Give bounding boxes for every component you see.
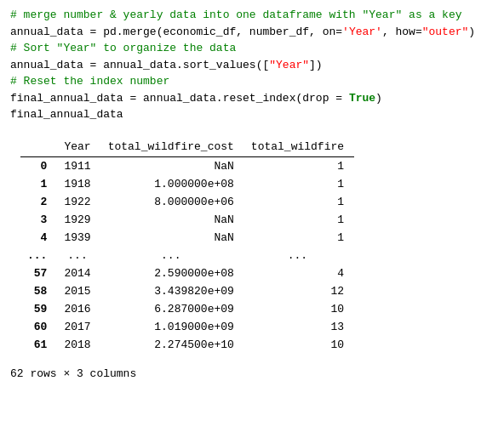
cell-cost: 1.019000e+09 bbox=[101, 318, 244, 336]
cell-ellipsis-index: ... bbox=[20, 247, 57, 264]
cell-count: 1 bbox=[244, 175, 354, 193]
col-header-index bbox=[20, 137, 57, 157]
cell-count: 10 bbox=[244, 336, 354, 354]
code-line-3: # Sort "Year" to organize the data bbox=[10, 40, 494, 57]
cell-cost: 6.287000e+09 bbox=[101, 300, 244, 318]
cell-year: 2018 bbox=[57, 336, 100, 354]
table-row: 4 1939 NaN 1 bbox=[20, 229, 354, 247]
cell-count: 13 bbox=[244, 318, 354, 336]
code-line-2: annual_data = pd.merge(economic_df, numb… bbox=[10, 24, 494, 41]
cell-count: 1 bbox=[244, 156, 354, 175]
cell-cost: NaN bbox=[101, 156, 244, 175]
table-row: 0 1911 NaN 1 bbox=[20, 156, 354, 175]
cell-cost: 8.000000e+06 bbox=[101, 193, 244, 211]
cell-year: 2017 bbox=[57, 318, 100, 336]
cell-index: 57 bbox=[20, 264, 57, 282]
cell-count: 1 bbox=[244, 193, 354, 211]
data-table: Year total_wildfire_cost total_wildfire … bbox=[20, 137, 354, 354]
cell-count: 12 bbox=[244, 282, 354, 300]
cell-year: 1922 bbox=[57, 193, 100, 211]
cell-count: 1 bbox=[244, 211, 354, 229]
cell-year: 1939 bbox=[57, 229, 100, 247]
table-row: 3 1929 NaN 1 bbox=[20, 211, 354, 229]
cell-index: 61 bbox=[20, 336, 57, 354]
cell-year: 2014 bbox=[57, 264, 100, 282]
cell-count: 1 bbox=[244, 229, 354, 247]
col-header-year: Year bbox=[57, 137, 100, 157]
table-row: 60 2017 1.019000e+09 13 bbox=[20, 318, 354, 336]
cell-index: 3 bbox=[20, 211, 57, 229]
code-line-6: final_annual_data = annual_data.reset_in… bbox=[10, 90, 494, 107]
table-header-row: Year total_wildfire_cost total_wildfire bbox=[20, 137, 354, 157]
cell-cost: 2.274500e+10 bbox=[101, 336, 244, 354]
cell-index: 58 bbox=[20, 282, 57, 300]
cell-index: 2 bbox=[20, 193, 57, 211]
table-ellipsis-row: ... ... ... ... bbox=[20, 247, 354, 264]
col-header-count: total_wildfire bbox=[244, 137, 354, 157]
cell-cost: NaN bbox=[101, 229, 244, 247]
cell-index: 1 bbox=[20, 175, 57, 193]
cell-index: 4 bbox=[20, 229, 57, 247]
cell-ellipsis-count: ... bbox=[244, 247, 354, 264]
table-row: 61 2018 2.274500e+10 10 bbox=[20, 336, 354, 354]
code-block: # merge number & yearly data into one da… bbox=[0, 0, 504, 130]
table-row: 2 1922 8.000000e+06 1 bbox=[20, 193, 354, 211]
table-row: 57 2014 2.590000e+08 4 bbox=[20, 264, 354, 282]
cell-index: 59 bbox=[20, 300, 57, 318]
cell-ellipsis-cost: ... bbox=[101, 247, 244, 264]
table-summary: 62 rows × 3 columns bbox=[0, 361, 504, 384]
cell-cost: 2.590000e+08 bbox=[101, 264, 244, 282]
cell-year: 1918 bbox=[57, 175, 100, 193]
cell-year: 2016 bbox=[57, 300, 100, 318]
col-header-cost: total_wildfire_cost bbox=[101, 137, 244, 157]
table-row: 1 1918 1.000000e+08 1 bbox=[20, 175, 354, 193]
code-line-5: # Reset the index number bbox=[10, 73, 494, 90]
cell-count: 4 bbox=[244, 264, 354, 282]
cell-index: 0 bbox=[20, 156, 57, 175]
cell-count: 10 bbox=[244, 300, 354, 318]
cell-year: 1911 bbox=[57, 156, 100, 175]
code-line-1: # merge number & yearly data into one da… bbox=[10, 7, 494, 24]
code-line-7: final_annual_data bbox=[10, 106, 494, 123]
table-row: 58 2015 3.439820e+09 12 bbox=[20, 282, 354, 300]
cell-cost: 1.000000e+08 bbox=[101, 175, 244, 193]
cell-year: 2015 bbox=[57, 282, 100, 300]
cell-cost: 3.439820e+09 bbox=[101, 282, 244, 300]
cell-cost: NaN bbox=[101, 211, 244, 229]
code-line-4: annual_data = annual_data.sort_values(["… bbox=[10, 57, 494, 74]
cell-index: 60 bbox=[20, 318, 57, 336]
table-row: 59 2016 6.287000e+09 10 bbox=[20, 300, 354, 318]
data-table-container: Year total_wildfire_cost total_wildfire … bbox=[0, 130, 504, 361]
cell-ellipsis-year: ... bbox=[57, 247, 100, 264]
cell-year: 1929 bbox=[57, 211, 100, 229]
